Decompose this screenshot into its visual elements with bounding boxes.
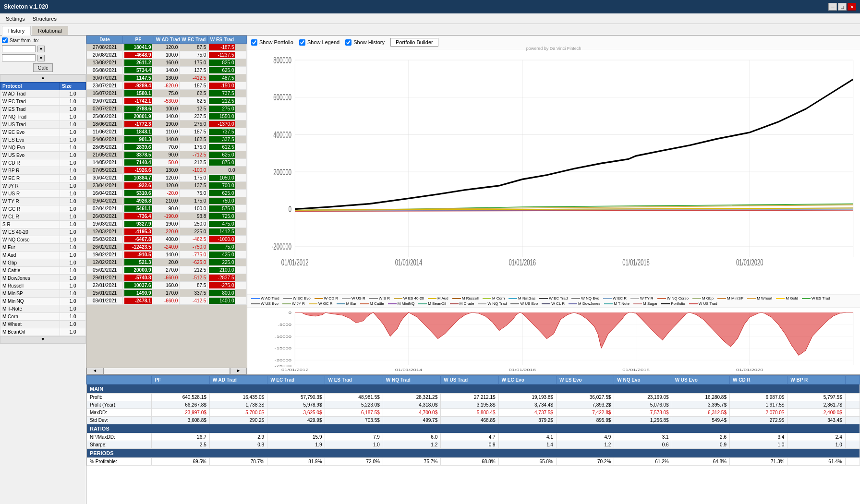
protocol-row[interactable]: W NQ Corso1.0 bbox=[0, 236, 86, 244]
protocol-row[interactable]: W AD Trad1.0 bbox=[0, 90, 86, 98]
history-row[interactable]: 02/04/2021 5461.1 90.0 100.0 575.0 bbox=[87, 205, 247, 213]
protocol-row[interactable]: W NQ Trad1.0 bbox=[0, 113, 86, 121]
date-dropdown-icon[interactable]: ▼ bbox=[37, 46, 45, 52]
protocol-row[interactable]: M BeanOil1.0 bbox=[0, 328, 86, 336]
stats-cell: 1.2 bbox=[556, 441, 614, 449]
history-row[interactable]: 23/04/2021 -922.6 120.0 137.5 700.0 bbox=[87, 182, 247, 190]
chart-toolbar: Show Portfolio Show Legend Show History … bbox=[247, 36, 860, 49]
history-row[interactable]: 08/01/2021 -2478.1 -660.0 -412.5 1400.0 bbox=[87, 297, 247, 305]
history-row[interactable]: 30/04/2021 10384.7 120.0 175.0 1050.0 bbox=[87, 174, 247, 182]
history-row[interactable]: 15/01/2021 1490.9 170.0 337.5 800.0 bbox=[87, 289, 247, 297]
history-row[interactable]: 09/07/2021 -1742.1 -530.0 62.5 212.5 bbox=[87, 97, 247, 105]
legend-wsr: W S R bbox=[369, 296, 390, 300]
history-row[interactable]: 05/02/2021 20000.9 270.0 212.5 2100.0 bbox=[87, 266, 247, 274]
history-row[interactable]: 26/03/2021 -736.4 -190.0 93.8 725.0 bbox=[87, 213, 247, 220]
history-row[interactable]: 05/03/2021 -6467.8 400.0 -462.5 -1000.0 bbox=[87, 236, 247, 243]
history-row[interactable]: 22/01/2021 10037.6 160.0 87.5 -275.0 bbox=[87, 282, 247, 289]
history-row[interactable]: 26/02/2021 -12423.5 -240.0 -750.0 75.0 bbox=[87, 243, 247, 251]
protocol-row[interactable]: M Corn1.0 bbox=[0, 313, 86, 321]
show-legend-label[interactable]: Show Legend bbox=[299, 39, 339, 46]
protocol-row[interactable]: M Aud1.0 bbox=[0, 252, 86, 259]
history-row[interactable]: 21/05/2021 3378.5 90.0 -712.5 625.0 bbox=[87, 151, 247, 159]
history-date: 14/05/2021 bbox=[87, 159, 123, 167]
protocol-row[interactable]: W GC R1.0 bbox=[0, 205, 86, 213]
history-row[interactable]: 13/08/2021 2611.2 160.0 175.0 825.0 bbox=[87, 59, 247, 67]
legend-wusr: W US R bbox=[342, 296, 365, 300]
tab-history[interactable]: History bbox=[2, 26, 31, 36]
calc-button[interactable]: Calc bbox=[33, 63, 52, 72]
protocol-row[interactable]: M Cattle1.0 bbox=[0, 267, 86, 275]
legend-wectrad: W EC Trad bbox=[539, 296, 568, 300]
minimize-button[interactable]: ─ bbox=[828, 3, 837, 11]
protocol-row[interactable]: M MiniSP1.0 bbox=[0, 290, 86, 298]
protocol-row[interactable]: M T-Note1.0 bbox=[0, 305, 86, 313]
date-from-input[interactable]: 01/01/2019 bbox=[2, 45, 36, 52]
protocol-row[interactable]: S R1.0 bbox=[0, 221, 86, 228]
portfolio-builder-button[interactable]: Portfolio Builder bbox=[390, 38, 438, 47]
protocol-row[interactable]: W JY R1.0 bbox=[0, 182, 86, 190]
history-row[interactable]: 02/07/2021 2788.6 100.0 12.5 275.0 bbox=[87, 105, 247, 113]
protocol-row[interactable]: W NQ Evo1.0 bbox=[0, 144, 86, 152]
protocol-table: Protocol Size W AD Trad1.0W EC Trad1.0W … bbox=[0, 82, 86, 336]
date-to-dropdown-icon[interactable]: ▼ bbox=[37, 55, 45, 61]
protocol-row[interactable]: M DowJones1.0 bbox=[0, 275, 86, 282]
protocol-row[interactable]: W CD R1.0 bbox=[0, 159, 86, 167]
history-row[interactable]: 12/03/2021 -4195.3 -220.0 225.0 1412.5 bbox=[87, 228, 247, 236]
history-row[interactable]: 25/06/2021 20801.9 140.0 237.5 1550.0 bbox=[87, 113, 247, 120]
history-row[interactable]: 30/07/2021 1147.5 130.0 -412.5 487.5 bbox=[87, 74, 247, 82]
protocol-row[interactable]: W EC Trad1.0 bbox=[0, 98, 86, 106]
protocol-row[interactable]: M Gbp1.0 bbox=[0, 259, 86, 267]
protocol-row[interactable]: W TY R1.0 bbox=[0, 198, 86, 205]
protocol-row[interactable]: W ES Trad1.0 bbox=[0, 106, 86, 113]
start-from-checkbox[interactable] bbox=[2, 37, 8, 43]
history-wad: -220.0 bbox=[154, 228, 180, 236]
history-row[interactable]: 20/08/2021 -4648.9 100.0 75.0 -1237.5 bbox=[87, 51, 247, 59]
show-history-checkbox[interactable] bbox=[345, 39, 351, 46]
history-row[interactable]: 27/08/2021 18041.9 120.0 87.5 -187.5 bbox=[87, 44, 247, 51]
history-row[interactable]: 12/02/2021 521.3 20.0 -625.0 225.0 bbox=[87, 259, 247, 266]
history-wad: 90.0 bbox=[154, 205, 180, 213]
history-row[interactable]: 19/02/2021 -910.5 140.0 -775.0 425.0 bbox=[87, 251, 247, 259]
close-button[interactable]: ✕ bbox=[848, 3, 856, 11]
protocol-row[interactable]: W ES 40-201.0 bbox=[0, 228, 86, 236]
history-row[interactable]: 11/06/2021 1848.1 110.0 187.5 737.5 bbox=[87, 128, 247, 136]
protocol-row[interactable]: M MiniNQ1.0 bbox=[0, 298, 86, 305]
history-row[interactable]: 09/04/2021 4926.8 210.0 175.0 750.0 bbox=[87, 197, 247, 205]
protocol-row[interactable]: W US Trad1.0 bbox=[0, 121, 86, 129]
protocol-name: W NQ Evo bbox=[0, 144, 60, 152]
history-row[interactable]: 18/06/2021 -1772.3 190.0 275.0 -1370.0 bbox=[87, 120, 247, 128]
history-scrollbar[interactable]: ◄ ► bbox=[86, 368, 247, 374]
show-portfolio-label[interactable]: Show Portfolio bbox=[251, 39, 293, 46]
history-row[interactable]: 23/07/2021 -9289.4 -620.0 187.5 -150.0 bbox=[87, 82, 247, 90]
show-history-label[interactable]: Show History bbox=[345, 39, 385, 46]
protocol-row[interactable]: M Russell1.0 bbox=[0, 282, 86, 290]
menu-settings[interactable]: Settings bbox=[2, 15, 29, 23]
protocol-row[interactable]: W EC Evo1.0 bbox=[0, 129, 86, 136]
scroll-up-button[interactable]: ▲ bbox=[0, 74, 86, 82]
history-row[interactable]: 16/07/2021 1580.1 75.0 62.5 737.5 bbox=[87, 90, 247, 97]
history-row[interactable]: 06/08/2021 5734.4 140.0 137.5 625.0 bbox=[87, 67, 247, 74]
tab-rotational[interactable]: Rotational bbox=[32, 26, 68, 35]
menu-structures[interactable]: Structures bbox=[29, 15, 61, 23]
protocol-row[interactable]: W EC R1.0 bbox=[0, 175, 86, 182]
history-row[interactable]: 28/05/2021 2839.6 70.0 175.0 612.5 bbox=[87, 144, 247, 151]
history-row[interactable]: 14/05/2021 7140.4 -50.0 212.5 875.0 bbox=[87, 159, 247, 167]
history-row[interactable]: 04/06/2021 901.3 140.0 162.5 337.5 bbox=[87, 136, 247, 144]
history-row[interactable]: 16/04/2021 5310.6 -20.0 75.0 625.0 bbox=[87, 190, 247, 197]
protocol-row[interactable]: W BP R1.0 bbox=[0, 167, 86, 175]
show-portfolio-checkbox[interactable] bbox=[251, 39, 257, 46]
protocol-row[interactable]: M Eur1.0 bbox=[0, 244, 86, 252]
history-row[interactable]: 29/01/2021 -5740.8 -660.0 -512.5 -2837.5 bbox=[87, 274, 247, 282]
protocol-row[interactable]: W CL R1.0 bbox=[0, 213, 86, 221]
history-pf: -922.6 bbox=[123, 182, 154, 190]
protocol-row[interactable]: M Wheat1.0 bbox=[0, 321, 86, 328]
maximize-button[interactable]: □ bbox=[838, 3, 847, 11]
show-legend-checkbox[interactable] bbox=[299, 39, 305, 46]
date-to-input[interactable]: 30/08/2021 bbox=[2, 54, 36, 61]
protocol-row[interactable]: W US R1.0 bbox=[0, 190, 86, 198]
history-row[interactable]: 07/05/2021 -1926.6 130.0 -100.0 0.0 bbox=[87, 167, 247, 174]
scroll-down-button[interactable]: ▼ bbox=[0, 336, 86, 344]
history-row[interactable]: 19/03/2021 9327.9 190.0 250.0 475.0 bbox=[87, 220, 247, 228]
protocol-row[interactable]: W US Evo1.0 bbox=[0, 152, 86, 159]
protocol-row[interactable]: W ES Evo1.0 bbox=[0, 136, 86, 144]
